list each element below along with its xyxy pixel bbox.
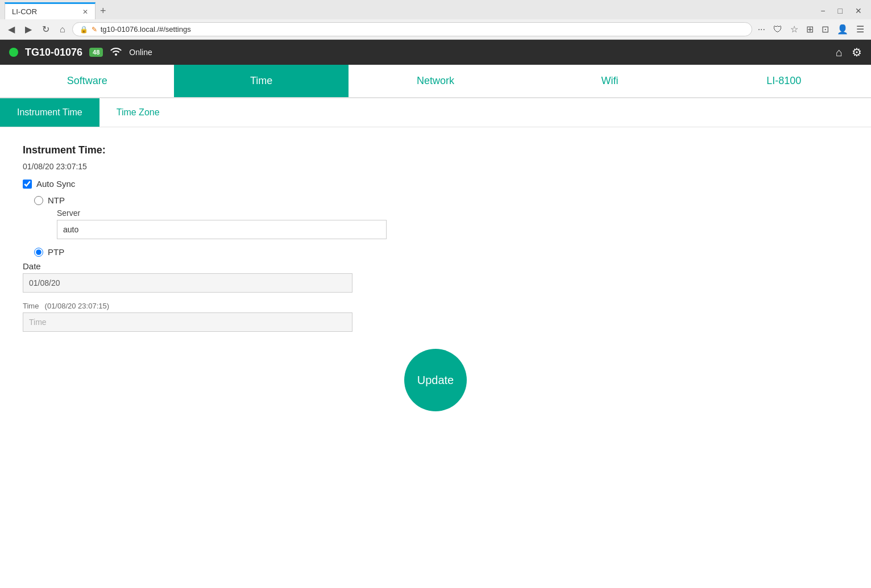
- split-view-btn[interactable]: ⊡: [819, 22, 831, 37]
- tab-software[interactable]: Software: [0, 65, 174, 97]
- instrument-time-display: 01/08/20 23:07:15: [23, 162, 848, 171]
- section-title: Instrument Time:: [23, 144, 848, 156]
- tab-network[interactable]: Network: [349, 65, 522, 97]
- ntp-label[interactable]: NTP: [48, 195, 65, 205]
- auto-sync-checkbox[interactable]: [23, 180, 32, 189]
- sub-tab-time-zone[interactable]: Time Zone: [99, 98, 177, 127]
- close-button[interactable]: ✕: [851, 5, 866, 16]
- server-label: Server: [57, 208, 848, 218]
- radio-group: NTP Server PTP: [34, 195, 848, 257]
- tab-close-btn[interactable]: ✕: [82, 8, 88, 16]
- ptp-radio[interactable]: [34, 248, 43, 257]
- menu-icon-btn[interactable]: ☰: [854, 22, 866, 37]
- sub-tabs: Instrument Time Time Zone: [0, 98, 871, 127]
- maximize-button[interactable]: □: [833, 5, 847, 16]
- forward-button[interactable]: ▶: [22, 22, 35, 37]
- ntp-radio[interactable]: [34, 196, 43, 205]
- home-icon-btn[interactable]: ⌂: [836, 45, 843, 59]
- server-group: Server: [57, 208, 848, 239]
- ptp-row: PTP: [34, 247, 848, 257]
- update-button[interactable]: Update: [404, 349, 467, 411]
- status-dot: [9, 48, 18, 57]
- date-input[interactable]: [23, 273, 352, 293]
- auto-sync-label[interactable]: Auto Sync: [36, 179, 75, 189]
- tab-title: LI-COR: [12, 7, 37, 16]
- refresh-button[interactable]: ↻: [39, 22, 53, 37]
- time-group: Time (01/08/20 23:07:15): [23, 301, 848, 332]
- device-name: TG10-01076: [25, 47, 82, 59]
- date-label: Date: [23, 261, 848, 271]
- more-options-button[interactable]: ···: [756, 22, 768, 37]
- tab-wifi[interactable]: Wifi: [522, 65, 696, 97]
- battery-badge: 48: [89, 48, 103, 57]
- settings-icon-btn[interactable]: ⚙: [852, 45, 862, 59]
- lock-icon: 🔒: [80, 26, 88, 34]
- app-header: TG10-01076 48 Online ⌂ ⚙: [0, 40, 871, 65]
- bookmark-icon-btn[interactable]: ☆: [788, 22, 801, 37]
- nav-tabs: Software Time Network Wifi LI-8100: [0, 65, 871, 98]
- ptp-label[interactable]: PTP: [48, 247, 64, 257]
- tab-li8100[interactable]: LI-8100: [697, 65, 871, 97]
- auto-sync-row: Auto Sync: [23, 179, 848, 189]
- online-status: Online: [129, 48, 152, 57]
- new-tab-button[interactable]: +: [96, 3, 111, 19]
- browser-tab[interactable]: LI-COR ✕: [5, 2, 96, 19]
- back-button[interactable]: ◀: [5, 22, 18, 37]
- profile-icon-btn[interactable]: 👤: [835, 22, 851, 37]
- browser-chrome: LI-COR ✕ + − □ ✕ ◀ ▶ ↻ ⌂ 🔒 ✎ ··· 🛡 ☆ ⊞ ⊡…: [0, 0, 871, 40]
- minimize-button[interactable]: −: [816, 5, 829, 16]
- address-bar-container: 🔒 ✎: [72, 22, 752, 36]
- window-controls: − □ ✕: [816, 5, 866, 16]
- collections-icon-btn[interactable]: ⊞: [804, 22, 816, 37]
- edit-icon: ✎: [92, 26, 97, 34]
- time-label: Time (01/08/20 23:07:15): [23, 301, 848, 310]
- address-bar[interactable]: [101, 25, 745, 34]
- shield-icon-btn[interactable]: 🛡: [771, 22, 785, 37]
- header-left: TG10-01076 48 Online: [9, 47, 152, 59]
- home-button[interactable]: ⌂: [56, 22, 69, 37]
- update-btn-container: Update: [23, 349, 848, 411]
- tab-time[interactable]: Time: [174, 65, 348, 97]
- wifi-icon: [110, 47, 122, 58]
- ntp-row: NTP: [34, 195, 848, 205]
- sub-tab-instrument-time[interactable]: Instrument Time: [0, 98, 99, 127]
- time-input[interactable]: [23, 312, 352, 332]
- header-right: ⌂ ⚙: [836, 45, 862, 59]
- browser-controls: ◀ ▶ ↻ ⌂ 🔒 ✎ ··· 🛡 ☆ ⊞ ⊡ 👤 ☰: [0, 19, 871, 39]
- date-group: Date: [23, 261, 848, 293]
- main-content: Instrument Time: 01/08/20 23:07:15 Auto …: [0, 127, 871, 428]
- server-input[interactable]: [57, 220, 387, 239]
